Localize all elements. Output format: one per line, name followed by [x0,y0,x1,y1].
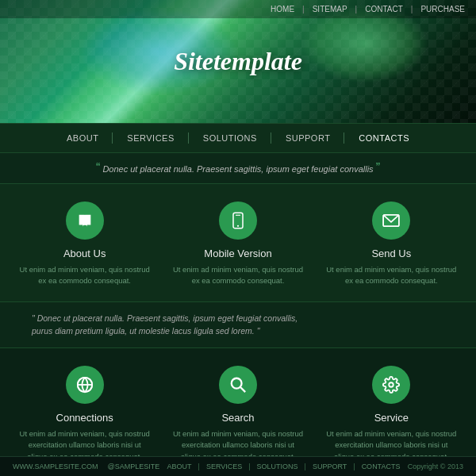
mobile-icon-circle [219,202,257,240]
main-nav-contacts[interactable]: CONTACTS [344,133,424,143]
main-nav-services[interactable]: SERVICES [113,133,188,143]
about-us-icon-circle [66,202,104,240]
feature-mobile: Mobile Version Ut enim ad minim veniam, … [171,202,305,287]
book-icon [76,212,94,229]
footer-nav-contacts[interactable]: CONTACTS [362,463,401,470]
footer: WWW.SAMPLESITE.COM @SAMPLESITE ABOUT | S… [0,456,476,476]
service-icon-circle [372,366,410,404]
service-gear-icon [382,376,400,393]
top-nav-contact[interactable]: CONTACT [365,5,403,13]
hero-section: Sitetemplate [0,0,476,123]
main-nav-support[interactable]: SUPPORT [271,133,344,143]
feature-service-title: Service [374,412,409,424]
svg-point-8 [390,382,394,387]
quote-line-1: " Donec ut placerat nulla. Praesent sagi… [32,312,444,325]
quote-bar-2: " Donec ut placerat nulla. Praesent sagi… [0,302,476,349]
quote-close-1: ” [376,161,380,175]
search-icon [229,376,247,393]
footer-nav-solutions[interactable]: SOLUTIONS [257,463,298,470]
feature-about-us: About Us Ut enim ad minim veniam, quis n… [17,202,152,287]
top-nav-home[interactable]: HOME [271,5,294,13]
footer-nav: ABOUT | SERVICES | SOLUTIONS | SUPPORT |… [167,463,401,470]
quote-bar-1: “ Donec ut placerat nulla. Praesent sagi… [0,153,476,184]
feature-about-text: Ut enim ad minim veniam, quis nostrud ex… [17,264,152,287]
feature-send: Send Us Ut enim ad minim veniam, quis no… [324,202,459,287]
footer-site-url[interactable]: WWW.SAMPLESITE.COM [13,463,98,470]
feature-connections: Connections Ut enim ad minim veniam, qui… [17,366,152,463]
top-nav-sep3: | [411,5,413,13]
feature-connections-title: Connections [56,412,113,424]
connections-icon-circle [66,366,104,404]
footer-nav-support[interactable]: SUPPORT [313,463,347,470]
search-icon-circle [219,366,257,404]
envelope-icon [382,213,400,228]
quote-line-2: purus diam pretium ligula, ut molestie l… [32,324,444,338]
footer-nav-about[interactable]: ABOUT [167,463,192,470]
feature-search: Search Ut enim ad minim veniam, quis nos… [171,366,305,463]
top-nav-sitemap[interactable]: SITEMAP [313,5,347,13]
feature-send-text: Ut enim ad minim veniam, quis nostrud ex… [324,264,459,287]
feature-mobile-text: Ut enim ad minim veniam, quis nostrud ex… [171,264,305,287]
top-navigation: HOME | SITEMAP | CONTACT | PURCHASE [0,0,476,18]
mobile-icon [231,212,245,229]
send-icon-circle [372,202,410,240]
footer-social[interactable]: @SAMPLESITE [108,463,160,470]
feature-mobile-title: Mobile Version [204,248,271,259]
main-navigation: ABOUT SERVICES SOLUTIONS SUPPORT CONTACT… [0,123,476,153]
feature-about-title: About Us [63,248,106,259]
svg-point-1 [237,225,239,227]
feature-service: Service Ut enim ad minim veniam, quis no… [324,366,459,463]
quote-open-1: “ [96,161,100,175]
svg-line-7 [240,387,245,392]
footer-nav-services[interactable]: SERVICES [206,463,242,470]
top-nav-sep1: | [302,5,305,13]
features-section-1: About Us Ut enim ad minim veniam, quis n… [0,184,476,302]
main-nav-solutions[interactable]: SOLUTIONS [189,133,271,143]
main-nav-about[interactable]: ABOUT [52,133,113,143]
top-nav-purchase[interactable]: PURCHASE [420,5,465,13]
feature-send-title: Send Us [371,248,411,259]
feature-search-title: Search [221,412,254,424]
footer-copyright: Copyright © 2013 [408,463,463,470]
footer-left: WWW.SAMPLESITE.COM @SAMPLESITE [13,463,159,470]
quote-text-1: Donec ut placerat nulla. Praesent sagitt… [102,164,373,174]
top-nav-sep2: | [355,5,358,13]
hero-title: Sitetemplate [174,47,302,76]
connections-icon [76,376,94,393]
svg-point-6 [232,378,242,389]
